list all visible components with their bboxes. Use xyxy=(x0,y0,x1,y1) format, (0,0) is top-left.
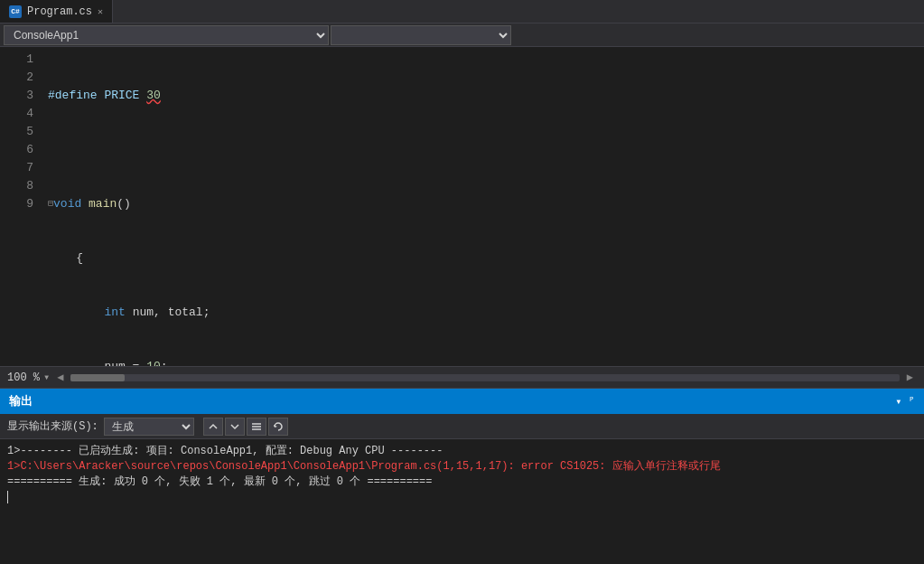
line-num-9: 9 xyxy=(0,195,33,213)
code-token: { xyxy=(48,249,83,268)
output-content[interactable]: 1>-------- 已启动生成: 项目: ConsoleApp1, 配置: D… xyxy=(0,439,924,564)
code-token: num = xyxy=(48,358,146,366)
code-token: 30 xyxy=(146,87,161,105)
code-line-5: int num, total; xyxy=(48,304,924,322)
output-cursor-line xyxy=(7,489,917,503)
code-token: main xyxy=(89,195,117,213)
code-line-1: #define PRICE 30 xyxy=(48,87,924,105)
line-num-2: 2 xyxy=(0,69,33,87)
code-line-6: num = 10; xyxy=(48,358,924,366)
output-btn-up[interactable] xyxy=(203,418,223,436)
output-header: 输出 ▾ ᴾ xyxy=(0,389,924,414)
code-token: void xyxy=(53,195,89,213)
horizontal-scrollbar[interactable] xyxy=(70,374,899,381)
dropdown-bar: ConsoleApp1 xyxy=(0,24,924,47)
output-btn-down[interactable] xyxy=(225,418,245,436)
output-btn-list[interactable] xyxy=(247,418,266,436)
cs-file-icon: C# xyxy=(9,5,22,18)
output-toolbar-buttons xyxy=(203,418,288,436)
output-pin-button[interactable]: ▾ ᴾ xyxy=(895,395,915,409)
code-token: () xyxy=(117,195,131,213)
context-dropdown-left[interactable]: ConsoleApp1 xyxy=(4,25,329,45)
code-token: 10 xyxy=(146,358,161,366)
line-num-1: 1 xyxy=(0,51,33,69)
line-num-7: 7 xyxy=(0,159,33,177)
tab-close-button[interactable]: ✕ xyxy=(98,6,103,17)
editor-area: 1 2 3 4 5 6 7 8 9 #define PRICE 30 ⊟void… xyxy=(0,47,924,366)
code-line-3: ⊟void main() xyxy=(48,195,924,213)
code-line-2 xyxy=(48,141,924,159)
code-editor[interactable]: #define PRICE 30 ⊟void main() { int num,… xyxy=(41,47,924,366)
zoom-dropdown-icon[interactable]: ▾ xyxy=(43,371,50,384)
line-num-3: 3 xyxy=(0,87,33,105)
code-token xyxy=(48,304,104,322)
code-token: #define PRICE xyxy=(48,87,146,105)
line-num-6: 6 xyxy=(0,141,33,159)
scroll-right-button[interactable]: ▶ xyxy=(903,371,917,384)
output-line-2: 1>C:\Users\Aracker\source\repos\ConsoleA… xyxy=(7,458,917,474)
scroll-left-button[interactable]: ◀ xyxy=(53,371,67,384)
scrollbar-thumb[interactable] xyxy=(70,374,125,381)
output-source-label: 显示输出来源(S): xyxy=(7,418,98,434)
output-title: 输出 xyxy=(9,393,33,409)
output-source-dropdown[interactable]: 生成 xyxy=(104,418,194,436)
context-dropdown-right[interactable] xyxy=(331,25,511,45)
output-line-3: ========== 生成: 成功 0 个, 失败 1 个, 最新 0 个, 跳… xyxy=(7,474,917,489)
line-num-5: 5 xyxy=(0,123,33,141)
line-numbers: 1 2 3 4 5 6 7 8 9 xyxy=(0,47,41,366)
output-cursor xyxy=(7,491,8,503)
tab-label: Program.cs xyxy=(27,5,92,18)
tab-bar: C# Program.cs ✕ xyxy=(0,0,924,24)
output-line-1: 1>-------- 已启动生成: 项目: ConsoleApp1, 配置: D… xyxy=(7,443,917,458)
code-token: int xyxy=(104,304,125,322)
zoom-label: 100 % xyxy=(7,371,40,384)
tab-program-cs[interactable]: C# Program.cs ✕ xyxy=(0,0,113,23)
output-btn-refresh[interactable] xyxy=(268,418,288,436)
output-panel: 输出 ▾ ᴾ 显示输出来源(S): 生成 1>-------- 已启动生成: 项… xyxy=(0,388,924,564)
line-num-8: 8 xyxy=(0,177,33,195)
code-token: ; xyxy=(161,358,168,366)
code-line-4: { xyxy=(48,249,924,268)
line-num-4: 4 xyxy=(0,105,33,123)
output-toolbar: 显示输出来源(S): 生成 xyxy=(0,414,924,439)
code-token: num, total; xyxy=(126,304,210,322)
zoom-bar: 100 % ▾ ◀ ▶ xyxy=(0,366,924,388)
